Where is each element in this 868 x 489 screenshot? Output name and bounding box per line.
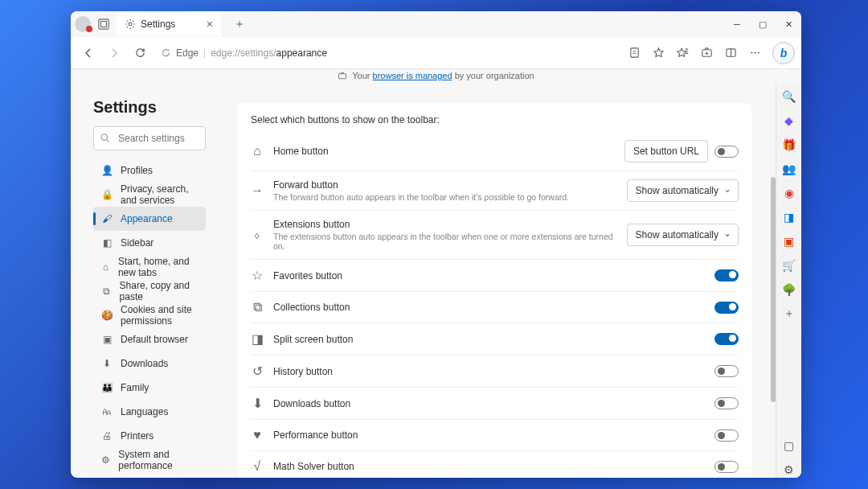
nav-label: System and performance: [118, 449, 206, 471]
toggle[interactable]: [714, 146, 739, 158]
toggle[interactable]: [714, 461, 739, 473]
sidebar-item-appearance[interactable]: 🖌Appearance: [93, 207, 206, 231]
add-icon[interactable]: ＋: [781, 306, 797, 322]
shopping-icon[interactable]: 🎁: [781, 137, 797, 153]
row-label: Favorites button: [273, 270, 714, 281]
sidebar-item-cookies-and-site-permissions[interactable]: 🍪Cookies and site permissions: [93, 303, 206, 327]
settings-icon[interactable]: ⚙: [781, 462, 797, 478]
close-icon[interactable]: ×: [207, 18, 213, 31]
nav-icon: 🖌: [101, 213, 113, 224]
row-icon: ⧉: [251, 300, 264, 314]
scrollbar[interactable]: [769, 108, 776, 478]
nav-label: Profiles: [121, 165, 153, 176]
collections-icon[interactable]: [695, 42, 718, 64]
toggle[interactable]: [714, 429, 739, 442]
workspaces-icon[interactable]: [97, 18, 110, 31]
setting-row: →Forward buttonThe forward button auto a…: [251, 171, 739, 210]
nav-icon: 🗛: [101, 406, 113, 417]
row-label: Math Solver button: [273, 461, 714, 472]
maximize-button[interactable]: ▢: [750, 13, 776, 35]
row-label: Downloads button: [273, 398, 714, 409]
more-icon[interactable]: [743, 42, 766, 64]
games-icon[interactable]: 👥: [781, 161, 797, 177]
svg-rect-3: [630, 48, 637, 57]
favorite-icon[interactable]: [647, 42, 669, 64]
sidebar-item-system-and-performance[interactable]: ⚙System and performance: [93, 448, 206, 472]
tree-icon[interactable]: 🌳: [781, 281, 797, 298]
managed-infobar: Your browser is managed by your organiza…: [71, 69, 801, 84]
nav-icon: ⧉: [101, 286, 112, 297]
set-button-url-button[interactable]: Set button URL: [624, 140, 708, 162]
setting-row: ☆Favorites button: [251, 259, 739, 291]
sidebar-item-share-copy-and-paste[interactable]: ⧉Share, copy and paste: [93, 279, 206, 303]
toggle[interactable]: [714, 333, 739, 345]
toolbar: Edge | edge://settings/appearance b: [71, 37, 801, 69]
managed-link[interactable]: browser is managed: [373, 71, 452, 80]
nav-label: Downloads: [121, 358, 168, 369]
briefcase-icon: [338, 71, 347, 80]
close-button[interactable]: ✕: [776, 13, 801, 35]
profile-icon[interactable]: [75, 16, 91, 32]
new-tab-button[interactable]: ＋: [227, 14, 252, 35]
nav-label: Privacy, search, and services: [121, 183, 206, 206]
setting-row: ⬨Extensions buttonThe extensions button …: [251, 210, 739, 259]
sidebar-item-family[interactable]: 👪Family: [93, 376, 206, 400]
read-aloud-icon[interactable]: [623, 42, 645, 64]
address-bar[interactable]: Edge | edge://settings/appearance: [154, 47, 620, 59]
toggle[interactable]: [714, 365, 739, 377]
sidebar-item-downloads[interactable]: ⬇Downloads: [93, 351, 206, 376]
split-screen-icon[interactable]: [719, 42, 742, 64]
search-icon[interactable]: 🔍: [781, 88, 797, 105]
svg-point-18: [101, 134, 107, 140]
back-button[interactable]: [77, 42, 100, 64]
row-icon: ⌂: [251, 144, 264, 158]
sidebar-item-sidebar[interactable]: ◧Sidebar: [93, 231, 206, 255]
sidebar-item-printers[interactable]: 🖨Printers: [93, 424, 206, 448]
show-auto-select[interactable]: Show automatically: [627, 179, 739, 202]
nav-label: Printers: [121, 430, 154, 442]
svg-point-15: [754, 51, 755, 53]
sidebar-item-reset-settings[interactable]: ↺Reset settings: [93, 472, 206, 478]
toggle[interactable]: [714, 302, 739, 314]
nav-label: Share, copy and paste: [120, 280, 206, 302]
nav-icon: ⬇: [101, 358, 113, 369]
svg-point-16: [757, 51, 759, 53]
tab-settings[interactable]: Settings ×: [117, 12, 221, 36]
settings-main: Select which buttons to show on the tool…: [215, 84, 776, 478]
address-prefix: Edge: [176, 47, 199, 59]
row-icon: ⬇: [251, 396, 264, 411]
drop-icon[interactable]: 🛒: [781, 257, 797, 273]
sidebar-item-default-browser[interactable]: ▣Default browser: [93, 327, 206, 351]
office-icon[interactable]: ▣: [781, 233, 797, 249]
sidebar-item-profiles[interactable]: 👤Profiles: [93, 158, 206, 183]
toggle[interactable]: [714, 397, 739, 409]
m365-icon[interactable]: ◉: [781, 185, 797, 201]
row-icon: ⬨: [251, 228, 264, 242]
edge-sidebar: 🔍 ◆ 🎁 👥 ◉ ◨ ▣ 🛒 🌳 ＋ ▢ ⚙: [776, 84, 801, 478]
search-icon: [100, 133, 110, 143]
sidebar-item-languages[interactable]: 🗛Languages: [93, 400, 206, 424]
favorites-list-icon[interactable]: [671, 42, 694, 64]
sidebar-item-privacy-search-and-services[interactable]: 🔒Privacy, search, and services: [93, 183, 206, 207]
nav-icon: ◧: [101, 237, 113, 249]
row-icon: √: [251, 459, 264, 474]
nav-icon: 🍪: [101, 310, 113, 321]
sidebar-item-start-home-and-new-tabs[interactable]: ⌂Start, home, and new tabs: [93, 255, 206, 279]
bing-button[interactable]: b: [772, 42, 795, 64]
outlook-icon[interactable]: ◨: [781, 209, 797, 225]
search-input[interactable]: [93, 126, 206, 150]
minimize-button[interactable]: ─: [724, 13, 750, 35]
svg-rect-1: [101, 22, 107, 27]
toggle[interactable]: [714, 269, 739, 281]
refresh-button[interactable]: [129, 42, 151, 64]
nav-label: Languages: [121, 406, 168, 417]
hide-sidebar-icon[interactable]: ▢: [781, 438, 797, 454]
nav-icon: ⌂: [101, 261, 110, 273]
setting-row: ♥Performance button: [251, 419, 739, 450]
show-auto-select[interactable]: Show automatically: [627, 224, 739, 246]
forward-button[interactable]: [103, 42, 125, 64]
row-icon: ♥: [251, 428, 264, 442]
tools-icon[interactable]: ◆: [781, 113, 797, 129]
row-label: Collections button: [273, 302, 714, 313]
setting-row: ⌂Home buttonSet button URL: [251, 132, 739, 171]
